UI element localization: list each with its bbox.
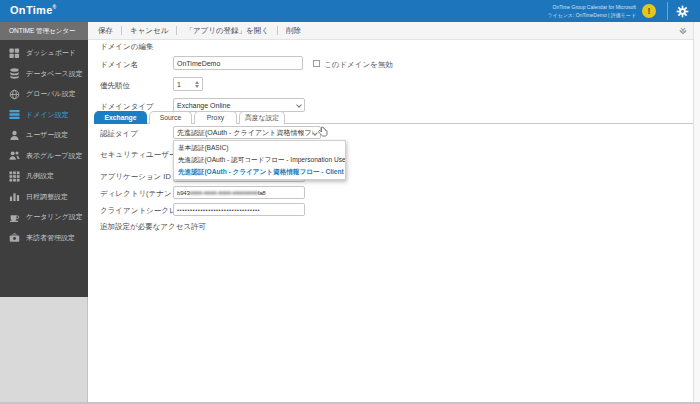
domain-name-value: OnTimeDemo — [177, 60, 220, 67]
sidebar-item-label: 日程調整設定 — [26, 192, 68, 202]
catering-icon — [9, 212, 20, 223]
top-bar: OnTime® OnTime Group Calendar for Micros… — [0, 0, 700, 22]
domain-name-label: ドメイン名 — [100, 60, 138, 70]
sidebar-item-user-settings[interactable]: ユーザー設定 — [0, 125, 88, 146]
sidebar-header: ONTIME 管理センター — [0, 22, 88, 40]
sidebar-item-label: ダッシュボード — [26, 48, 76, 58]
sidebar-item-visitor-management-settings[interactable]: 来訪者管理設定 — [0, 228, 88, 249]
license-info: OnTime Group Calendar for Microsoft ライセン… — [547, 3, 636, 19]
registered-mark: ® — [53, 4, 57, 10]
priority-label: 優先順位 — [100, 81, 130, 91]
chevron-down-icon — [312, 130, 318, 136]
tab-exchange-online[interactable]: Exchange Online — [94, 111, 147, 124]
sidebar-nav: ダッシュボード データベース設定 グローバル設定 ドメイン設定 ユーザー設定 表 — [0, 40, 88, 248]
client-secret-value: •••••••••••••••••••••••••••••••• — [177, 207, 260, 213]
sidebar-footer-area — [0, 297, 88, 404]
client-secret-input[interactable]: •••••••••••••••••••••••••••••••• — [173, 203, 305, 216]
close-icon[interactable]: × — [678, 26, 688, 36]
cancel-button[interactable]: キャンセル — [130, 26, 168, 36]
additional-permissions-label: 追加設定が必要なアクセス許可 — [100, 222, 206, 232]
sidebar-item-legend-settings[interactable]: 凡例設定 — [0, 166, 88, 187]
license-line-1: OnTime Group Calendar for Microsoft — [547, 3, 636, 11]
gear-icon[interactable] — [676, 4, 689, 22]
topbar-divider — [667, 2, 668, 20]
sidebar-item-global-settings[interactable]: グローバル設定 — [0, 84, 88, 105]
sidebar-item-label: 来訪者管理設定 — [26, 233, 75, 243]
schedule-icon — [9, 191, 20, 202]
dropdown-option-oauth-client-credentials[interactable]: 先進認証(OAuth - クライアント資格情報フロー - Client Cred… — [174, 166, 345, 178]
save-button[interactable]: 保存 — [98, 26, 113, 36]
license-line-2: ライセンス: OnTimeDemo | 評価モード — [547, 11, 636, 19]
sidebar-item-database-settings[interactable]: データベース設定 — [0, 64, 88, 85]
tab-proxy[interactable]: Proxy — [194, 111, 237, 124]
domain-type-select[interactable]: Exchange Online — [173, 98, 305, 112]
open-app-registration-button[interactable]: 「アプリの登録」を開く — [185, 26, 269, 36]
priority-stepper[interactable]: 1 — [173, 77, 203, 91]
sidebar-item-schedule-settings[interactable]: 日程調整設定 — [0, 187, 88, 208]
logo-text: OnTime — [10, 4, 53, 16]
sidebar: ONTIME 管理センター ダッシュボード データベース設定 グローバル設定 ド… — [0, 22, 88, 297]
stepper-arrows-icon[interactable] — [195, 81, 199, 88]
sidebar-item-label: ドメイン設定 — [26, 110, 69, 120]
toolbar-divider — [121, 26, 122, 35]
domain-type-value: Exchange Online — [177, 102, 230, 109]
sidebar-item-label: 表示グループ設定 — [26, 151, 83, 161]
sidebar-item-label: ユーザー設定 — [26, 130, 68, 140]
domain-name-input[interactable]: OnTimeDemo — [173, 56, 303, 70]
chevron-down-icon — [296, 102, 302, 108]
action-toolbar: 保存 キャンセル 「アプリの登録」を開く 削除 — [88, 22, 693, 40]
directory-id-prefix: b943 — [177, 190, 190, 196]
sidebar-item-dashboard[interactable]: ダッシュボード — [0, 43, 88, 64]
sidebar-item-domain-settings[interactable]: ドメイン設定 — [0, 105, 88, 126]
auth-type-select[interactable]: 先進認証(OAuth - クライアント資格情報フロー - ... — [173, 126, 321, 139]
disable-domain-label: このドメインを無効 — [324, 60, 393, 70]
visitor-icon — [9, 232, 20, 243]
sidebar-item-label: ケータリング設定 — [26, 212, 83, 222]
toolbar-divider — [277, 26, 278, 35]
directory-tenant-id-input[interactable]: b943####-####-####-########fa8 — [173, 186, 305, 199]
dropdown-option-oauth-authorization-code[interactable]: 先進認証(OAuth - 認可コードフロー - Impersonation Us… — [174, 154, 345, 166]
ontime-admin-window: OnTime® OnTime Group Calendar for Micros… — [0, 0, 700, 404]
domain-icon — [9, 109, 20, 120]
priority-value: 1 — [177, 81, 181, 88]
toolbar-divider — [176, 26, 177, 35]
application-id-label: アプリケーション ID — [100, 172, 171, 182]
database-icon — [9, 68, 20, 79]
sidebar-item-label: データベース設定 — [26, 69, 83, 79]
security-user-label: セキュリティユーザー — [100, 150, 176, 160]
auth-type-value: 先進認証(OAuth - クライアント資格情報フロー - ... — [177, 128, 313, 138]
sidebar-item-display-group-settings[interactable]: 表示グループ設定 — [0, 146, 88, 167]
sidebar-item-label: グローバル設定 — [26, 89, 76, 99]
directory-id-redacted: ####-####-####-######## — [190, 190, 258, 196]
ontime-logo: OnTime® — [10, 4, 57, 16]
page-title: ドメインの編集 — [100, 42, 153, 52]
delete-button[interactable]: 削除 — [286, 26, 301, 36]
group-icon — [9, 150, 20, 161]
dashboard-icon — [9, 48, 20, 59]
user-icon — [9, 130, 20, 141]
tab-advanced-settings[interactable]: 高度な設定 — [239, 111, 285, 124]
directory-id-suffix: fa8 — [258, 190, 266, 196]
sidebar-item-label: 凡例設定 — [26, 171, 54, 181]
tab-source[interactable]: Source — [149, 111, 192, 124]
globe-icon — [9, 89, 20, 100]
legend-icon — [9, 171, 20, 182]
dropdown-option-basic-auth[interactable]: 基本認証(BASIC) — [174, 142, 345, 154]
notification-icon[interactable]: ! — [642, 4, 656, 18]
scrollbar[interactable] — [693, 22, 700, 404]
disable-domain-checkbox[interactable] — [313, 60, 320, 67]
auth-type-dropdown-menu: 基本認証(BASIC) 先進認証(OAuth - 認可コードフロー - Impe… — [173, 140, 346, 180]
sidebar-item-catering-settings[interactable]: ケータリング設定 — [0, 207, 88, 228]
